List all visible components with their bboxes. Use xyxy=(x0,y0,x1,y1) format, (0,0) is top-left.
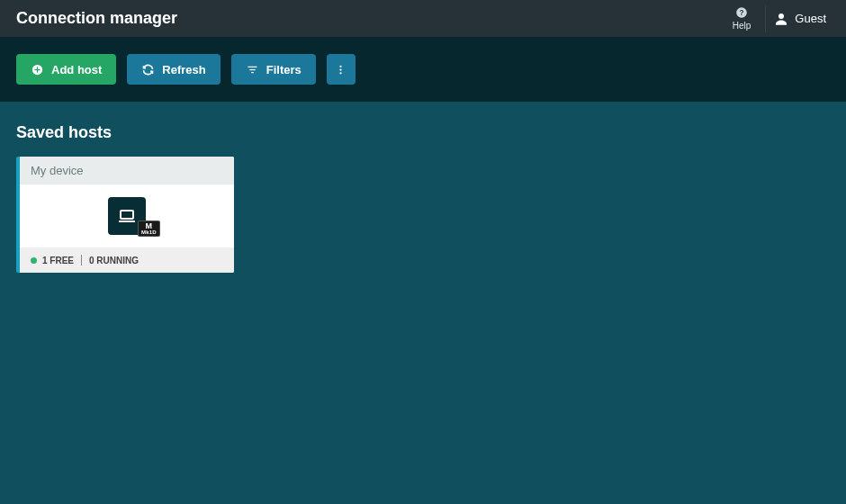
saved-hosts-heading: Saved hosts xyxy=(0,102,846,157)
user-icon xyxy=(773,11,789,27)
refresh-label: Refresh xyxy=(162,63,205,76)
svg-rect-8 xyxy=(251,72,254,73)
more-vertical-icon xyxy=(334,63,347,76)
help-label: Help xyxy=(733,21,752,31)
host-card-stats: 1 FREE 0 RUNNING xyxy=(20,248,234,273)
add-host-button[interactable]: Add host xyxy=(16,54,116,85)
refresh-button[interactable]: Refresh xyxy=(127,54,220,85)
badge-bottom: Mk1D xyxy=(141,230,157,235)
svg-rect-7 xyxy=(249,68,255,69)
plus-circle-icon xyxy=(31,63,44,76)
badge-top: M xyxy=(141,222,157,230)
app-title: Connection manager xyxy=(16,9,727,28)
svg-text:?: ? xyxy=(740,9,744,17)
svg-point-2 xyxy=(778,14,784,19)
host-card-name: My device xyxy=(20,157,234,184)
host-grid: My device M Mk1D 1 FREE 0 RUNNING xyxy=(0,157,846,273)
stats-separator xyxy=(81,255,82,266)
add-host-label: Add host xyxy=(51,63,102,76)
user-menu[interactable]: Guest xyxy=(765,5,833,32)
svg-point-10 xyxy=(340,68,342,70)
filter-icon xyxy=(246,63,259,76)
user-name: Guest xyxy=(795,12,826,25)
status-dot xyxy=(31,257,37,264)
host-card[interactable]: My device M Mk1D 1 FREE 0 RUNNING xyxy=(16,157,234,273)
action-toolbar: Add host Refresh Filters xyxy=(0,37,846,102)
filters-button[interactable]: Filters xyxy=(231,54,316,85)
svg-point-9 xyxy=(340,65,342,67)
svg-rect-12 xyxy=(121,211,133,219)
svg-rect-5 xyxy=(34,68,40,69)
help-button[interactable]: ? Help xyxy=(727,6,757,31)
more-actions-button[interactable] xyxy=(327,54,356,85)
svg-rect-6 xyxy=(248,66,256,67)
running-count: 0 RUNNING xyxy=(89,256,139,266)
refresh-icon xyxy=(141,63,155,76)
free-count: 1 FREE xyxy=(42,256,74,266)
filters-label: Filters xyxy=(266,63,302,76)
device-model-badge: M Mk1D xyxy=(138,220,160,237)
help-icon: ? xyxy=(735,6,748,19)
host-card-body: M Mk1D xyxy=(20,184,234,248)
app-topbar: Connection manager ? Help Guest xyxy=(0,0,846,37)
svg-point-11 xyxy=(340,72,342,74)
